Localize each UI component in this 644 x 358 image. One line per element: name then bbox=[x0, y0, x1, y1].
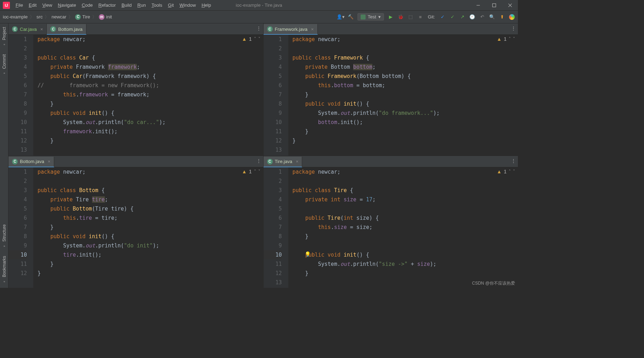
menu-window[interactable]: Window bbox=[177, 0, 199, 11]
search-button[interactable]: 🔍 bbox=[487, 12, 497, 22]
line-gutter[interactable]: 12345678910111213 bbox=[9, 35, 33, 156]
warning-icon: ▲ bbox=[497, 36, 502, 42]
warning-icon: ▲ bbox=[242, 169, 247, 174]
toolstrip-structure[interactable]: ▫ Structure bbox=[1, 221, 8, 252]
git-commit-button[interactable]: ✓ bbox=[448, 12, 457, 22]
intention-bulb-icon[interactable]: 💡 bbox=[305, 251, 311, 257]
menu-navigate[interactable]: Navigate bbox=[55, 0, 79, 11]
tab-more-icon[interactable]: ⋮ bbox=[511, 158, 516, 163]
toolstrip-commit[interactable]: ▫ Commit bbox=[1, 51, 8, 79]
coverage-button[interactable]: ⬚ bbox=[406, 12, 415, 22]
close-icon[interactable]: × bbox=[40, 27, 43, 32]
run-config-label: Test bbox=[368, 14, 376, 19]
warning-count: 1 bbox=[249, 169, 252, 174]
inspection-status[interactable]: ▲1 ˄ ˅ bbox=[497, 36, 515, 42]
git-history-button[interactable]: 🕘 bbox=[468, 12, 477, 22]
left-toolstrip: ▫ Project▫ Commit▫ Structure▫ Bookmarks bbox=[0, 23, 9, 288]
breadcrumb-init[interactable]: minit bbox=[97, 14, 113, 20]
breadcrumb-label: newcar bbox=[51, 14, 66, 19]
chevron-down-icon[interactable]: ˅ bbox=[258, 37, 260, 41]
tab-bottom-java[interactable]: CBottom.java× bbox=[9, 157, 54, 167]
warning-count: 1 bbox=[249, 36, 252, 42]
code-area[interactable]: package newcar; public class Bottom { pr… bbox=[33, 167, 263, 288]
close-button[interactable] bbox=[502, 0, 518, 11]
menu-help[interactable]: Help bbox=[199, 0, 214, 11]
class-icon: C bbox=[12, 26, 18, 32]
menu-code[interactable]: Code bbox=[79, 0, 96, 11]
menu-file[interactable]: File bbox=[13, 0, 26, 11]
menu-refactor[interactable]: Refactor bbox=[96, 0, 119, 11]
chevron-right-icon: 〉 bbox=[29, 14, 35, 20]
tab-framework-java[interactable]: CFramework.java× bbox=[264, 24, 318, 35]
editor[interactable]: 12345678910111213package newcar; public … bbox=[264, 167, 518, 288]
line-gutter[interactable]: 12345678910111213 bbox=[264, 167, 288, 288]
tab-label: Framework.java bbox=[275, 27, 307, 32]
chevron-up-icon[interactable]: ˄ bbox=[509, 37, 511, 41]
inspection-status[interactable]: ▲1 ˄ ˅ bbox=[242, 169, 260, 174]
warning-icon: ▲ bbox=[497, 169, 502, 174]
debug-button[interactable]: 🐞 bbox=[396, 12, 405, 22]
code-area[interactable]: package newcar; public class Car { priva… bbox=[33, 35, 263, 156]
breadcrumb-ioc-example[interactable]: ioc-example bbox=[1, 14, 29, 19]
git-update-button[interactable]: ✓ bbox=[438, 12, 447, 22]
chevron-up-icon[interactable]: ˄ bbox=[254, 169, 256, 174]
breadcrumb-src[interactable]: src bbox=[35, 14, 44, 19]
line-gutter[interactable]: 12345678910111213 bbox=[264, 35, 288, 156]
tab-car-java[interactable]: CCar.java× bbox=[9, 24, 47, 34]
method-icon: m bbox=[99, 14, 104, 20]
close-icon[interactable]: × bbox=[296, 159, 299, 164]
close-icon[interactable]: × bbox=[48, 159, 51, 164]
run-button[interactable]: ▶ bbox=[386, 12, 395, 22]
run-config-selector[interactable]: Test ▾ bbox=[357, 13, 384, 21]
code-area[interactable]: package newcar; public class Tire { priv… bbox=[288, 167, 518, 288]
tab-bottom-java[interactable]: CBottom.java bbox=[47, 24, 86, 35]
breadcrumb-label: init bbox=[106, 14, 112, 19]
chevron-down-icon: ▾ bbox=[378, 14, 381, 19]
chevron-up-icon[interactable]: ˄ bbox=[509, 169, 511, 174]
build-button[interactable]: 🔨 bbox=[346, 12, 355, 22]
editor[interactable]: 12345678910111213package newcar; public … bbox=[9, 35, 263, 156]
chevron-right-icon: 〉 bbox=[68, 14, 74, 20]
tab-more-icon[interactable]: ⋮ bbox=[256, 158, 261, 163]
breadcrumb-label: src bbox=[36, 14, 43, 19]
menu-edit[interactable]: Edit bbox=[26, 0, 39, 11]
menu-build[interactable]: Build bbox=[119, 0, 135, 11]
breadcrumb-newcar[interactable]: newcar bbox=[50, 14, 68, 19]
menu-git[interactable]: Git bbox=[165, 0, 177, 11]
watermark: CSDN @你不应该热爱 bbox=[472, 280, 515, 286]
chevron-down-icon[interactable]: ˅ bbox=[513, 169, 515, 174]
editor-pane-top-left: CCar.java×CBottom.java⋮12345678910111213… bbox=[9, 23, 263, 156]
maximize-button[interactable] bbox=[486, 0, 502, 11]
inspection-status[interactable]: ▲1 ˄ ˅ bbox=[242, 36, 260, 42]
editor[interactable]: 123456789101112package newcar; public cl… bbox=[9, 167, 263, 288]
class-icon: C bbox=[50, 26, 56, 32]
chevron-down-icon[interactable]: ˅ bbox=[513, 37, 515, 41]
users-icon[interactable]: 👤▾ bbox=[336, 12, 345, 22]
git-rollback-button[interactable]: ↶ bbox=[478, 12, 487, 22]
menu-run[interactable]: Run bbox=[135, 0, 149, 11]
editor-pane-top-right: CFramework.java×⋮12345678910111213packag… bbox=[264, 23, 518, 156]
minimize-button[interactable] bbox=[470, 0, 486, 11]
toolstrip-bookmarks[interactable]: ▫ Bookmarks bbox=[1, 252, 8, 288]
menu-tools[interactable]: Tools bbox=[149, 0, 165, 11]
tab-tire-java[interactable]: CTire.java× bbox=[264, 157, 303, 167]
warning-count: 1 bbox=[504, 36, 507, 42]
avatar-icon[interactable] bbox=[507, 12, 516, 22]
inspection-status[interactable]: ▲1 ˄ ˅ bbox=[497, 169, 515, 174]
chevron-down-icon[interactable]: ˅ bbox=[258, 169, 260, 174]
stop-button[interactable]: ■ bbox=[416, 12, 425, 22]
ide-update-icon[interactable]: ⬆ bbox=[497, 12, 507, 22]
tab-more-icon[interactable]: ⋮ bbox=[511, 26, 516, 31]
close-icon[interactable]: × bbox=[311, 27, 314, 32]
git-push-button[interactable]: ↗ bbox=[458, 12, 467, 22]
breadcrumb-tire[interactable]: CTire bbox=[74, 14, 91, 20]
menu-view[interactable]: View bbox=[39, 0, 55, 11]
code-area[interactable]: package newcar; public class Framework {… bbox=[288, 35, 518, 156]
editor[interactable]: 12345678910111213package newcar; public … bbox=[264, 35, 518, 156]
tabbar: CBottom.java×⋮ bbox=[9, 156, 263, 167]
line-gutter[interactable]: 123456789101112 bbox=[9, 167, 33, 288]
tab-more-icon[interactable]: ⋮ bbox=[256, 26, 261, 31]
chevron-up-icon[interactable]: ˄ bbox=[254, 37, 256, 41]
toolstrip-project[interactable]: ▫ Project bbox=[1, 23, 8, 51]
svg-rect-1 bbox=[492, 4, 496, 7]
